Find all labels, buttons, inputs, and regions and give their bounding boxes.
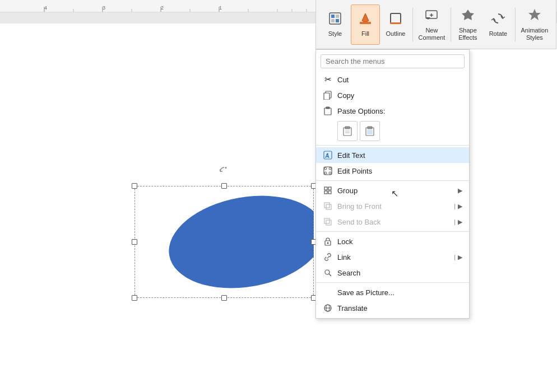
toolbar: Style Fill Outline (315, 0, 556, 49)
outline-icon (388, 11, 403, 29)
rotate-icon (490, 11, 506, 29)
animation-styles-label: AnimationStyles (521, 27, 548, 41)
svg-text:A: A (325, 152, 329, 159)
menu-item-save-as-picture[interactable]: Save as Picture... (316, 284, 469, 300)
svg-point-58 (325, 270, 329, 274)
bring-to-front-shortcut: | (454, 203, 456, 209)
svg-rect-15 (336, 15, 339, 18)
svg-rect-52 (326, 204, 331, 209)
rotate-handle[interactable] (218, 166, 230, 178)
paste-btn-1[interactable] (337, 121, 358, 141)
menu-item-group[interactable]: Group ▶ (316, 183, 469, 198)
send-to-back-arrow: ▶ (458, 218, 462, 226)
toolbar-btn-shape-effects[interactable]: ShapeEffects (453, 4, 482, 45)
send-to-back-shortcut: | (454, 218, 456, 225)
paste-btn-2[interactable] (360, 121, 380, 141)
handle-bottom-left[interactable] (132, 295, 137, 301)
toolbar-btn-fill[interactable]: Fill (351, 4, 380, 45)
menu-item-cut[interactable]: ✂ Cut (316, 72, 469, 87)
search-input[interactable] (321, 54, 465, 68)
save-as-picture-label: Save as Picture... (337, 288, 462, 297)
svg-rect-55 (324, 218, 329, 223)
svg-rect-27 (324, 93, 329, 100)
translate-label: Translate (337, 304, 462, 312)
paste-header-label: Paste Options: (337, 107, 462, 115)
handle-top-left[interactable] (132, 183, 137, 189)
svg-rect-48 (324, 187, 327, 190)
bring-to-front-icon (322, 202, 334, 211)
menu-item-send-to-back[interactable]: Send to Back | ▶ (316, 214, 469, 230)
svg-marker-25 (528, 9, 541, 20)
svg-marker-24 (462, 10, 474, 20)
separator-1 (316, 145, 469, 146)
search-bar (321, 54, 465, 68)
svg-rect-53 (324, 203, 329, 208)
menu-item-edit-points[interactable]: Edit Points (316, 163, 469, 179)
shape-effects-icon (460, 7, 476, 25)
cut-icon: ✂ (322, 74, 334, 85)
divider-2 (451, 8, 451, 41)
canvas-area (0, 12, 557, 392)
menu-item-translate[interactable]: Translate (316, 300, 469, 316)
handle-bottom-middle[interactable] (221, 295, 227, 301)
toolbar-btn-new-comment[interactable]: NewComment (415, 4, 448, 45)
menu-item-copy[interactable]: Copy (316, 87, 469, 103)
shape-container[interactable] (134, 186, 314, 298)
svg-rect-19 (391, 13, 401, 24)
svg-rect-17 (336, 19, 339, 22)
toolbar-btn-style[interactable]: Style (321, 4, 350, 45)
animation-styles-icon (527, 7, 542, 25)
toolbar-btn-rotate[interactable]: Rotate (484, 4, 513, 45)
svg-rect-50 (324, 191, 327, 194)
svg-rect-49 (328, 187, 331, 190)
link-arrow: ▶ (458, 254, 462, 261)
svg-rect-51 (328, 191, 331, 194)
svg-rect-38 (367, 130, 373, 134)
group-arrow: ▶ (458, 187, 462, 194)
divider-3 (515, 8, 516, 41)
handle-top-middle[interactable] (221, 183, 227, 189)
divider-1 (412, 8, 413, 41)
send-to-back-label: Send to Back (337, 218, 449, 226)
context-menu: ✂ Cut Copy Paste Options: (315, 49, 470, 319)
svg-rect-20 (390, 22, 401, 24)
menu-item-bring-to-front[interactable]: Bring to Front | ▶ (316, 198, 469, 214)
toolbar-btn-animation-styles[interactable]: AnimationStyles (518, 4, 551, 45)
menu-item-link[interactable]: Link | ▶ (316, 249, 469, 265)
bring-to-front-arrow: ▶ (458, 203, 462, 210)
svg-point-11 (225, 167, 227, 169)
style-icon (327, 11, 343, 29)
link-shortcut: | (454, 254, 456, 260)
separator-3 (316, 231, 469, 232)
toolbar-btn-outline[interactable]: Outline (381, 4, 410, 45)
menu-item-edit-text[interactable]: A Edit Text (316, 147, 469, 163)
link-label: Link (337, 253, 449, 262)
svg-point-44 (324, 167, 327, 170)
svg-rect-29 (324, 108, 331, 115)
shape-effects-label: ShapeEffects (458, 27, 477, 41)
svg-rect-43 (324, 167, 332, 175)
search-icon (322, 268, 334, 277)
svg-point-12 (161, 186, 314, 298)
menu-item-search[interactable]: Search (316, 265, 469, 281)
svg-rect-14 (331, 15, 335, 18)
lock-icon (322, 237, 334, 246)
svg-point-45 (329, 167, 331, 170)
handle-middle-left[interactable] (132, 239, 137, 245)
search-label: Search (337, 269, 462, 277)
edit-points-icon (322, 166, 334, 175)
menu-item-lock[interactable]: Lock (316, 234, 469, 249)
edit-text-label: Edit Text (337, 151, 462, 160)
separator-2 (316, 180, 469, 181)
lock-label: Lock (337, 237, 462, 246)
cut-label: Cut (337, 76, 462, 84)
paste-options-row (316, 119, 469, 143)
copy-label: Copy (337, 91, 462, 100)
menu-item-paste-header: Paste Options: (316, 103, 469, 119)
translate-icon (322, 304, 334, 312)
rotate-label: Rotate (489, 30, 507, 38)
svg-point-46 (324, 172, 327, 174)
new-comment-icon (424, 7, 439, 25)
shape-svg (134, 186, 314, 298)
separator-4 (316, 282, 469, 283)
